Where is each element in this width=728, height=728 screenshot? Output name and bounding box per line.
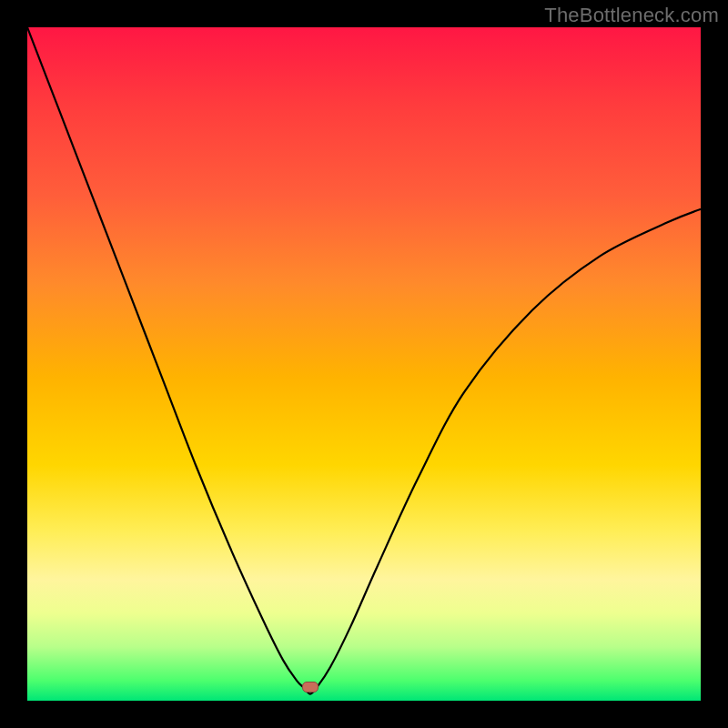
- chart-frame: TheBottleneck.com: [0, 0, 728, 728]
- bottleneck-curve: [27, 27, 701, 701]
- optimum-marker: [302, 682, 318, 693]
- attribution-text: TheBottleneck.com: [544, 4, 719, 27]
- curve-path: [27, 27, 701, 694]
- plot-area: [27, 27, 701, 701]
